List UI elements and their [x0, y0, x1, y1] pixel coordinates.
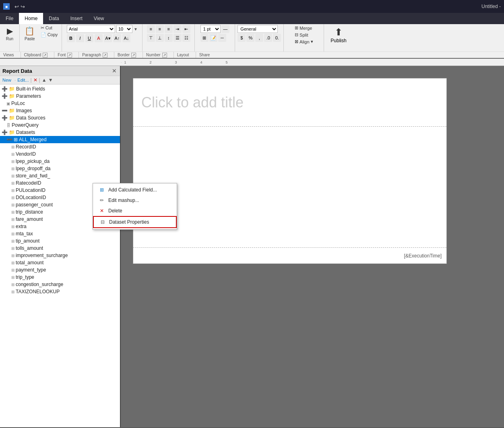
tree-powerquery[interactable]: 🗄 PowerQuery — [0, 121, 120, 129]
tree-payment[interactable]: ⊞ payment_type — [0, 266, 120, 274]
border-size-select[interactable]: 1 pt — [200, 25, 221, 33]
menu-file[interactable]: File — [0, 13, 19, 24]
tree-tolls[interactable]: ⊞ tolls_amount — [0, 245, 120, 252]
tree-improvement[interactable]: ⊞ improvement_surcharge — [0, 252, 120, 259]
tree-all-merged[interactable]: ➖ ⊞ ALL_Merged — [0, 136, 120, 143]
ruler-tick-5: 5 — [226, 60, 228, 64]
percent-button[interactable]: % — [246, 34, 254, 42]
paragraph-expander[interactable]: ↗ — [103, 53, 107, 58]
tree-lpep-pickup[interactable]: ⊞ lpep_pickup_da — [0, 158, 120, 165]
border-color-button[interactable]: — — [221, 25, 229, 33]
edit-button[interactable]: Edit... — [17, 78, 29, 82]
copy-button[interactable]: 📄 Copy — [39, 32, 60, 38]
align-mid-button[interactable]: ⊥ — [156, 34, 164, 42]
context-delete[interactable]: ✕ Delete — [93, 206, 177, 216]
menu-insert[interactable]: Insert — [65, 13, 88, 24]
bold-button[interactable]: B — [67, 34, 75, 42]
tree-data-sources[interactable]: ➕ 📁 Data Sources — [0, 114, 120, 121]
indent-more-button[interactable]: ⇥ — [174, 25, 182, 33]
report-body[interactable] — [133, 127, 446, 247]
align-center-button[interactable]: ≡ — [156, 25, 164, 33]
tree-tip[interactable]: ⊞ tip_amount — [0, 237, 120, 245]
canvas-area[interactable]: · · · · Click to add title [&ExecutionTi… — [121, 66, 504, 427]
split-button[interactable]: ⊟ Split — [293, 32, 314, 38]
tree-taxizone[interactable]: ⊞ TAXIZONELOOKUP — [0, 288, 120, 295]
tree-congestion[interactable]: ⊞ congestion_surcharge — [0, 281, 120, 288]
border-expander[interactable]: ↗ — [131, 53, 136, 58]
tree-puloc[interactable]: ▣ PuLoc — [0, 100, 120, 107]
move-down-button[interactable]: ▼ — [48, 77, 53, 83]
underline-button[interactable]: U — [85, 34, 93, 42]
context-dataset-properties[interactable]: ⊟ Dataset Properties — [93, 216, 177, 228]
ruler-tick-2: 2 — [150, 60, 152, 64]
merge-button[interactable]: ⊞ Merge — [293, 25, 314, 31]
menu-home[interactable]: Home — [19, 13, 43, 24]
list-button[interactable]: ☷ — [182, 34, 190, 42]
number-expander[interactable]: ↗ — [162, 53, 167, 58]
tree-built-in-fields[interactable]: ➕ 📁 Built-in Fields — [0, 85, 120, 93]
paragraph-label: Paragraph ↗ — [79, 52, 114, 58]
decimal-add-button[interactable]: .0 — [264, 34, 272, 42]
trip-type-label: trip_type — [16, 274, 34, 280]
report-canvas[interactable]: Click to add title [&ExecutionTime] — [133, 78, 447, 264]
paste-button[interactable]: 📋 Paste — [22, 25, 37, 42]
tree-vendorid[interactable]: ⊞ VendorID — [0, 150, 120, 158]
delete-button[interactable]: ✕ — [33, 77, 37, 83]
align-right-button[interactable]: ≡ — [165, 25, 173, 33]
undo-button[interactable]: ↩ — [14, 4, 19, 10]
panel-close-button[interactable]: ✕ — [111, 68, 118, 74]
font-size-shrink[interactable]: A↓ — [122, 34, 130, 42]
font-size-select[interactable]: 10 — [116, 25, 132, 33]
border-line-button[interactable]: ─ — [218, 34, 226, 42]
move-up-button[interactable]: ▲ — [42, 77, 47, 83]
align-bot-button[interactable]: ↕ — [165, 34, 173, 42]
clipboard-expander[interactable]: ↗ — [43, 53, 48, 58]
border-style-button[interactable]: ⊞ — [200, 34, 209, 42]
indent-less-button[interactable]: ⇤ — [182, 25, 190, 33]
layout-content: ⊞ Merge ⊟ Split ⊠ Align ▾ — [293, 25, 314, 51]
font-expander[interactable]: ↗ — [67, 53, 72, 58]
redo-button[interactable]: ↪ — [21, 4, 25, 10]
menu-view[interactable]: View — [88, 13, 110, 24]
menu-data[interactable]: Data — [43, 13, 64, 24]
bullet-button[interactable]: ☰ — [174, 34, 182, 42]
context-edit-mashup[interactable]: ✏ Edit mashup... — [93, 195, 177, 206]
tree-images[interactable]: ➖ 📁 Images — [0, 107, 120, 114]
italic-button[interactable]: I — [76, 34, 84, 42]
decimal-remove-button[interactable]: 0. — [273, 34, 281, 42]
tree-datasets[interactable]: ➕ 📁 Datasets — [0, 129, 120, 136]
align-layout-button[interactable]: ⊠ Align ▾ — [293, 39, 314, 45]
tree-trip-type[interactable]: ⊞ trip_type — [0, 274, 120, 281]
taxizone-label: TAXIZONELOOKUP — [16, 289, 60, 294]
align-top-button[interactable]: ⊤ — [147, 34, 155, 42]
align-left-button[interactable]: ≡ — [147, 25, 155, 33]
run-button[interactable]: ▶ Run — [2, 25, 17, 42]
tree-mta-tax[interactable]: ⊞ mta_tax — [0, 230, 120, 237]
window-title: Untitled - — [481, 4, 501, 9]
report-title-placeholder[interactable]: Click to add title — [141, 94, 244, 111]
tree-total[interactable]: ⊞ total_amount — [0, 259, 120, 266]
cut-button[interactable]: ✂ Cut — [39, 25, 60, 31]
new-button[interactable]: New — [2, 78, 11, 82]
folder-icon-datasets: 📁 — [9, 130, 15, 135]
font-size-grow[interactable]: A↑ — [113, 34, 121, 42]
tree-parameters[interactable]: ➕ 📁 Parameters — [0, 93, 120, 100]
font-family-select[interactable]: Arial — [67, 25, 115, 33]
tree-store-fwd[interactable]: ⊞ store_and_fwd_ — [0, 172, 120, 179]
report-header[interactable]: Click to add title — [133, 78, 446, 127]
tree-lpep-dropoff[interactable]: ⊞ lpep_dropoff_da — [0, 165, 120, 172]
context-add-calculated[interactable]: ⊞ Add Calculated Field... — [93, 185, 177, 195]
ruler-tick-1: 1 — [124, 60, 126, 64]
font-bg-button[interactable]: A▾ — [104, 34, 112, 42]
tree-recordid[interactable]: ⊞ RecordID — [0, 143, 120, 150]
publish-button[interactable]: ⬆ Publish — [326, 25, 350, 45]
extra-label: extra — [16, 224, 27, 229]
number-format-select[interactable]: General — [238, 25, 278, 33]
currency-button[interactable]: $ — [238, 34, 246, 42]
border-apply-button[interactable]: 📝 — [209, 34, 217, 42]
comma-button[interactable]: , — [255, 34, 263, 42]
clipboard-label: Clipboard ↗ — [21, 52, 55, 58]
built-in-label: Built-in Fields — [16, 86, 45, 92]
font-size-down[interactable]: ▼ — [134, 27, 138, 31]
font-color-button[interactable]: A — [95, 34, 103, 42]
